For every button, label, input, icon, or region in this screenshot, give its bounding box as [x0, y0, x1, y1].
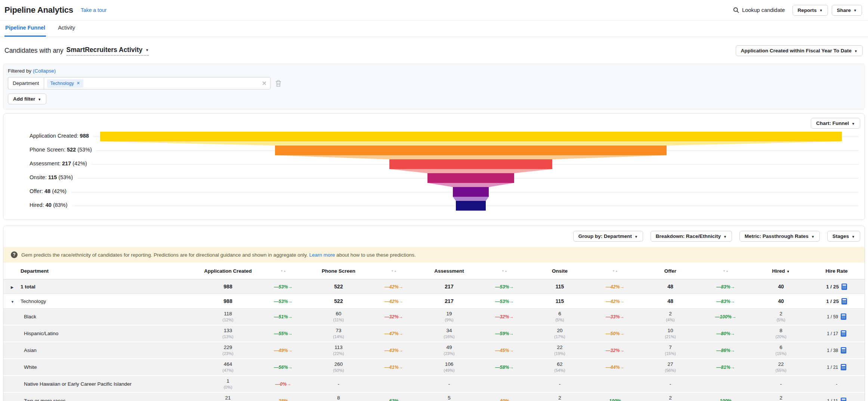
column-header-assessment[interactable]: Assessment	[421, 268, 477, 274]
funnel-gridline	[30, 206, 859, 206]
passthrough-cell: —32%→	[477, 313, 532, 320]
calculator-icon[interactable]	[841, 313, 846, 320]
stage-percent-of-total: (56%)	[643, 368, 698, 373]
filter-pill[interactable]: Technology✕	[47, 79, 83, 88]
tab-bar: Pipeline FunnelActivity	[0, 21, 868, 37]
stage-value-cell: -	[311, 381, 366, 387]
passthrough-cell: —42%→	[366, 298, 421, 304]
stages-button[interactable]: Stages▼	[827, 231, 860, 242]
sort-toggle-icon[interactable]: ▼▲	[256, 269, 311, 273]
reports-button[interactable]: Reports▼	[793, 5, 828, 16]
column-header-offer[interactable]: Offer	[643, 268, 698, 274]
pipeline-table-panel: Group by: Department▼Breakdown: Race/Eth…	[3, 226, 865, 401]
group-by-button[interactable]: Group by: Department▼	[573, 231, 643, 242]
stage-value: 229	[200, 345, 256, 350]
table-row: Two or more races21(2%)—38%→8(2%)—63%→5(…	[3, 393, 865, 401]
funnel-stage-label: Hired: 40 (83%)	[30, 202, 72, 208]
calculator-icon[interactable]	[841, 364, 846, 370]
stage-value-cell: 106(49%)	[421, 361, 477, 373]
department-name: White	[24, 364, 37, 370]
row-label-black: Black	[3, 314, 200, 319]
column-header-department[interactable]: Department	[3, 268, 200, 274]
sort-toggle-icon[interactable]: ▼▲	[366, 269, 421, 273]
stage-value-cell: 60(11%)	[311, 311, 366, 322]
lookup-candidate[interactable]: Lookup candidate	[733, 7, 785, 13]
passthrough-rate: —53%→	[274, 284, 293, 290]
passthrough-rate: —100%→	[715, 314, 736, 319]
stage-value-cell: 217	[421, 298, 477, 304]
scope-prefix: Candidates with any	[4, 47, 64, 55]
learn-more-link[interactable]: Learn more	[309, 252, 335, 258]
funnel-bar-assessment[interactable]	[389, 159, 552, 169]
column-header-onsite[interactable]: Onsite	[532, 268, 587, 274]
stage-value-cell: 8(2%)	[311, 395, 366, 401]
passthrough-rate: —42%→	[384, 299, 403, 304]
metric-button[interactable]: Metric: Passthrough Rates▼	[739, 231, 820, 242]
passthrough-cell: —83%→	[698, 298, 753, 304]
passthrough-cell: —41%→	[366, 364, 421, 370]
trash-icon[interactable]	[275, 80, 282, 87]
column-header-hire-rate[interactable]: Hire Rate	[809, 268, 865, 274]
breakdown-button[interactable]: Breakdown: Race/Ethnicity▼	[651, 231, 732, 242]
add-filter-button[interactable]: Add filter▼	[8, 94, 46, 104]
passthrough-cell: —42%→	[587, 298, 643, 304]
stage-value: 217	[421, 298, 477, 304]
stage-value-cell: 464(47%)	[200, 361, 256, 373]
stage-value-cell: 22(55%)	[753, 361, 809, 373]
calculator-icon[interactable]	[841, 398, 846, 401]
column-header-phone-screen[interactable]: Phone Screen	[311, 268, 366, 274]
sort-toggle-icon[interactable]: ▼▲	[587, 269, 643, 273]
tab-pipeline-funnel[interactable]: Pipeline Funnel	[4, 25, 46, 37]
passthrough-rate: —100%→	[605, 398, 626, 401]
activity-type-selector[interactable]: SmartRecruiters Activity▼	[67, 46, 149, 56]
stage-value-cell: 2(5%)	[753, 395, 809, 401]
sort-toggle-icon[interactable]: ▼▲	[698, 269, 753, 273]
stage-value: 20	[532, 328, 587, 333]
date-range-button[interactable]: Application Created within Fiscal Year T…	[736, 45, 863, 56]
stage-value: -	[421, 381, 477, 387]
column-header-hired[interactable]: Hired▼	[753, 268, 809, 274]
stage-value: 1	[200, 378, 256, 384]
sort-toggle-icon[interactable]: ▼▲	[477, 269, 532, 273]
collapse-link[interactable]: (Collapse)	[33, 68, 56, 74]
clear-filter-icon[interactable]: ✕	[262, 80, 267, 87]
passthrough-rate: —56%→	[274, 365, 293, 370]
funnel-bar-application-created[interactable]	[100, 132, 842, 141]
chevron-down-icon: ▼	[811, 235, 815, 239]
funnel-bar-hired[interactable]	[456, 201, 486, 211]
stage-value-cell: 19(9%)	[421, 311, 477, 322]
chart-type-button[interactable]: Chart: Funnel▼	[811, 118, 860, 129]
filter-row: Department Technology✕ ✕	[8, 77, 860, 89]
share-button[interactable]: Share▼	[832, 5, 862, 16]
funnel-bar-offer[interactable]	[453, 187, 489, 197]
take-a-tour-link[interactable]: Take a tour	[81, 7, 106, 13]
filter-value-input[interactable]: Technology✕ ✕	[44, 77, 271, 89]
stage-value-cell: 2(2%)	[532, 395, 587, 401]
stage-value-cell: 113(22%)	[311, 345, 366, 356]
tab-activity[interactable]: Activity	[57, 25, 76, 37]
expand-caret-icon[interactable]: ▶	[11, 285, 21, 289]
stage-value-cell: 522	[311, 284, 366, 290]
table-row: ▼Technology988—53%→522—42%→217—53%→115—4…	[3, 294, 865, 309]
collapse-caret-icon[interactable]: ▼	[11, 300, 21, 304]
stage-percent-of-total: (23%)	[421, 351, 477, 356]
passthrough-cell: —45%→	[477, 347, 532, 353]
remove-pill-icon[interactable]: ✕	[77, 81, 80, 86]
calculator-icon[interactable]	[841, 347, 846, 353]
passthrough-cell: —33%→	[587, 313, 643, 320]
column-header-application-created[interactable]: Application Created	[200, 268, 256, 274]
calculator-icon[interactable]	[841, 284, 847, 290]
stage-value: 19	[421, 311, 477, 316]
hire-rate-cell: 1 / 25	[809, 283, 865, 290]
filter-pill-label: Technology	[50, 81, 74, 86]
stage-value-cell: 229(23%)	[200, 345, 256, 356]
filtered-by-label: Filtered by (Collapse)	[8, 68, 860, 74]
stage-value: 8	[311, 395, 366, 401]
stage-value: 522	[311, 298, 366, 304]
passthrough-rate: —83%→	[716, 284, 735, 290]
funnel-bar-phone-screen[interactable]	[275, 146, 667, 155]
funnel-bar-onsite[interactable]	[427, 173, 514, 183]
calculator-icon[interactable]	[841, 330, 846, 337]
stage-value: 48	[643, 284, 698, 290]
calculator-icon[interactable]	[841, 298, 847, 304]
